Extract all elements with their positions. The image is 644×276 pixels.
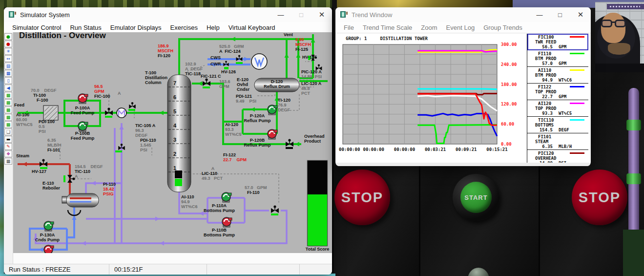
- display-3-side-button[interactable]: ▩: [4, 106, 12, 113]
- person-beard: [608, 43, 630, 55]
- webcam-background-sign: [607, 4, 644, 9]
- monitors-side-button[interactable]: ❑: [4, 128, 12, 135]
- menu-file[interactable]: File: [339, 24, 358, 31]
- display-4-side-button[interactable]: ▩: [4, 114, 12, 121]
- menu-simulator-control[interactable]: Simulator Control: [8, 24, 65, 31]
- label-pdi100: PDI-1000.5PSI: [39, 119, 55, 134]
- svg-text:2: 2: [173, 151, 176, 157]
- panel-a-side-button[interactable]: ▤: [4, 63, 12, 69]
- pen-row-fic100[interactable]: FIC100TWR FEED56.5GPM: [527, 34, 588, 50]
- minimize-button[interactable]: —: [529, 7, 550, 22]
- label-d120: D-120Reflux Drum: [264, 79, 290, 89]
- display-2-side-button[interactable]: ▩: [4, 99, 12, 106]
- label-p100b: P-100BFeed Pump: [71, 131, 95, 141]
- x-tick: 00:00:00: [339, 147, 360, 152]
- display-5-side-button[interactable]: ▩: [4, 121, 12, 128]
- label-t100: T-100DistillationColumn: [145, 70, 167, 85]
- menu-group-trends[interactable]: Group Trends: [479, 24, 527, 31]
- maximize-button[interactable]: □: [291, 7, 312, 22]
- label-fi101: 6.35MLB/HFI-101: [47, 138, 62, 152]
- menu-run-status[interactable]: Run Status: [65, 24, 105, 31]
- column-t100[interactable]: 7654321: [167, 75, 191, 192]
- pen-color-swatch: [570, 53, 584, 54]
- speaker-side-button[interactable]: ◀: [4, 85, 12, 91]
- condenser-e120[interactable]: [251, 54, 267, 69]
- app-icon: [340, 11, 348, 19]
- sim-time: 00:15:21F: [109, 264, 207, 275]
- panel-b-side-button[interactable]: ▦: [4, 70, 12, 77]
- desktop-wallpaper-top: [0, 0, 342, 8]
- y-tick: 300.00: [501, 42, 517, 47]
- close-button[interactable]: ✕: [312, 7, 332, 22]
- menu-virtual-keyboard[interactable]: Virtual Keyboard: [224, 24, 280, 31]
- pen-row-pic120[interactable]: PIC120OVERHEAD14.89PSI: [527, 150, 588, 163]
- menu-exercises[interactable]: Exercises: [166, 24, 202, 31]
- person-glasses: [600, 20, 627, 27]
- menu-event-log[interactable]: Event Log: [442, 24, 479, 31]
- label-fic100-a: A: [118, 91, 121, 96]
- label-fi125: 0.60MSCFHFI-125: [295, 37, 311, 52]
- label-diagram-title: Distillation - Overview: [19, 33, 106, 38]
- label-tic105: TIC-105 A96.3DEGF: [135, 123, 155, 138]
- window-title: Simulator System: [20, 11, 70, 19]
- pen-color-swatch: [570, 119, 584, 121]
- menu-zoom[interactable]: Zoom: [416, 24, 441, 31]
- stop-button-left[interactable]: STOP: [334, 170, 390, 225]
- snapshot-side-button[interactable]: ✳: [4, 48, 12, 55]
- pump-p-110b: [222, 217, 232, 227]
- pen-row-tic110[interactable]: TIC110BOTTOMS154.5DEGF: [527, 117, 588, 133]
- label-ti100: 70.0 DEGF TI-100: [31, 88, 57, 98]
- pen-row-ai110[interactable]: AI110BTM PROD94.9WT%C6: [527, 67, 588, 84]
- label-steam: Steam: [16, 153, 29, 158]
- pen-row-fi110[interactable]: FI110BTM PROD57.0GPM: [527, 50, 588, 67]
- svg-text:1: 1: [173, 165, 176, 171]
- total-score-bar: [307, 160, 328, 246]
- simulator-left-toolbar: ●●✳↔▤▦▯◀▩▩▩▩▩❑▬✎❖▦: [4, 32, 13, 264]
- x-tick: 00:03:21: [425, 147, 446, 152]
- pen-row-ai120[interactable]: AI120TOP PROD93.3WT%C5: [527, 100, 588, 117]
- webcam-feed: [595, 2, 644, 72]
- minimize-button[interactable]: —: [270, 7, 291, 22]
- label-p110b: P-110BBottoms Pump: [204, 228, 235, 237]
- machinery-base: [623, 230, 644, 276]
- menu-help[interactable]: Help: [202, 24, 224, 31]
- palette-side-button[interactable]: ❖: [4, 150, 12, 157]
- pen-row-fi122[interactable]: FI122TOP PROD22.7GPM: [527, 84, 588, 100]
- reboiler-e110[interactable]: [62, 193, 99, 215]
- freeze-side-button[interactable]: ●: [4, 41, 12, 47]
- machinery-green-band: [626, 120, 641, 130]
- status-cell-4: [300, 264, 332, 275]
- label-fi110: 57.0 GPM FI-110: [245, 185, 267, 195]
- start-button[interactable]: START: [460, 182, 492, 213]
- label-fic100: 56.5GPMFIC-100: [94, 84, 110, 99]
- maximize-button[interactable]: □: [550, 7, 570, 22]
- label-vent: Vent: [284, 32, 293, 37]
- menu-emulator-displays[interactable]: Emulator Displays: [106, 24, 166, 31]
- person-shoulders: [595, 64, 644, 72]
- label-tic110: 154.5 DEGFTIC-110A: [75, 164, 103, 179]
- pen-color-swatch: [570, 86, 584, 87]
- pen-disable-side-button[interactable]: ✎: [4, 143, 12, 150]
- x-tick: 00:00:00: [363, 147, 384, 152]
- label-total-score: Total Score: [306, 247, 329, 252]
- pen-color-swatch: [570, 103, 584, 104]
- svg-text:7: 7: [173, 80, 176, 86]
- display-1-side-button[interactable]: ▩: [4, 92, 12, 99]
- stop-button-right[interactable]: STOP: [572, 170, 627, 225]
- trend-chart: [336, 34, 526, 163]
- step-side-button[interactable]: ↔: [4, 55, 12, 62]
- pen-color-swatch: [570, 69, 584, 71]
- pen-row-fi101[interactable]: FI101STEAM6.35MLB/H: [527, 133, 588, 150]
- battery-side-button[interactable]: ▯: [4, 77, 12, 84]
- pump-p-130a-spare: [44, 245, 54, 253]
- simulator-titlebar[interactable]: Simulator System — □ ✕: [4, 7, 332, 22]
- grid-side-button[interactable]: ▦: [4, 158, 12, 165]
- label-p130a: P-130ACnds Pump: [35, 233, 60, 242]
- trend-titlebar[interactable]: Trend Window — □ ✕: [335, 7, 591, 22]
- label-pdi110: PDI-1101.545PSI: [140, 138, 156, 152]
- blank-screen-side-button[interactable]: ▬: [4, 136, 12, 143]
- feed-mixer[interactable]: [117, 108, 126, 118]
- close-button[interactable]: ✕: [570, 7, 591, 22]
- run-side-button[interactable]: ●: [4, 33, 12, 40]
- menu-trend-time-scale[interactable]: Trend Time Scale: [358, 24, 416, 31]
